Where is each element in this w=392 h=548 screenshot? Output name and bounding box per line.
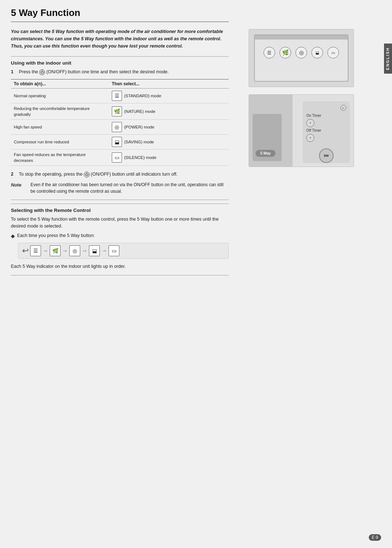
sequence-icon-2: ◎ bbox=[69, 245, 80, 256]
sequence-icon-4: ▭ bbox=[109, 245, 119, 256]
note-block: Note Even if the air conditioner has bee… bbox=[11, 181, 229, 195]
sequence-arrow-0: → bbox=[42, 248, 48, 254]
sequence-arrow-1: → bbox=[62, 248, 68, 254]
mode-icon-cell: ⬓ (SAVING) mode bbox=[112, 137, 226, 147]
page-number: E·9 bbox=[369, 534, 381, 541]
sequence-arrow-3: → bbox=[101, 248, 107, 254]
power-icon-step2: ⏻ bbox=[84, 172, 90, 177]
mode-label: (POWER) mode bbox=[124, 125, 154, 129]
table-cell-icon: ◎ (POWER) mode bbox=[109, 119, 229, 134]
sequence-icon-1: 🌿 bbox=[50, 245, 61, 256]
mode-sequence: ↩☰→🌿→◎→⬓→▭ bbox=[18, 243, 229, 259]
table-cell-description: High fan speed bbox=[11, 119, 109, 134]
remote-left: 5 Way bbox=[249, 95, 293, 167]
indoor-unit-display: ☰ 🌿 ◎ ⬓ ▭ bbox=[254, 34, 348, 82]
sequence-curved-arrow: ↩ bbox=[22, 246, 29, 255]
step1-number: 1 bbox=[11, 69, 16, 75]
section2-container: Selecting with the Remote Control To sel… bbox=[11, 204, 229, 275]
section2-heading: Selecting with the Remote Control bbox=[11, 208, 229, 213]
divider1 bbox=[11, 200, 229, 200]
sequence-icon-3: ⬓ bbox=[89, 245, 100, 256]
remote-body-left: 5 Way bbox=[253, 114, 282, 161]
page-title: 5 Way Function bbox=[11, 7, 229, 22]
note-label: Note bbox=[11, 181, 27, 195]
remote-body-right: ▷ On Timer + Off Timer + bbox=[303, 101, 350, 163]
on-timer-btn: + bbox=[306, 119, 346, 127]
mode-table: To obtain a(n)... Then select... Normal … bbox=[11, 79, 229, 166]
mode-label: (NATURE) mode bbox=[124, 109, 155, 114]
step1-container: 1 Press the ⏻ (ON/OFF) button one time a… bbox=[11, 69, 229, 75]
table-cell-description: Reducing the uncomfortable temperature g… bbox=[11, 103, 109, 119]
table-col2-header: Then select... bbox=[109, 79, 229, 88]
table-row: Fan speed reduces as the temperature dec… bbox=[11, 149, 229, 165]
off-timer-btn: + bbox=[306, 134, 346, 142]
table-cell-icon: ⬓ (SAVING) mode bbox=[109, 134, 229, 149]
power-icon-inline: ⏻ bbox=[39, 69, 45, 75]
table-cell-icon: ▭ (SILENCE) mode bbox=[109, 149, 229, 165]
unit-top-bar bbox=[255, 35, 348, 40]
sequence-icon-0: ☰ bbox=[30, 245, 41, 256]
bottom-text: Each 5 Way indicator on the indoor unit … bbox=[11, 263, 229, 275]
section2-paragraph: To select the 5 Way function with the re… bbox=[11, 216, 229, 230]
table-col1-header: To obtain a(n)... bbox=[11, 79, 109, 88]
remote-5way-button[interactable]: 5 Way bbox=[256, 150, 275, 157]
table-row: High fan speed ◎ (POWER) mode bbox=[11, 119, 229, 134]
bullet-text: ◆ Each time you press the 5 Way button: bbox=[11, 232, 229, 240]
english-tab: ENGLISH bbox=[384, 44, 392, 74]
remote-right: ▷ On Timer + Off Timer + bbox=[293, 95, 354, 167]
mode-icon-box: ⬓ bbox=[112, 137, 122, 147]
remote-top-btn-area: ▷ bbox=[306, 105, 346, 111]
sequence-arrow-2: → bbox=[82, 248, 87, 254]
remote-top-small-btn[interactable]: ▷ bbox=[340, 105, 346, 111]
table-cell-description: Compressor run time reduced bbox=[11, 134, 109, 149]
mode-icon-box: ◎ bbox=[112, 122, 122, 132]
5way-dial-area: 5W bbox=[306, 148, 346, 163]
step2-text: To stop the operating, press the ⏻ (ON/O… bbox=[19, 171, 177, 178]
unit-icon-standard: ☰ bbox=[264, 47, 275, 58]
off-timer-circle[interactable]: + bbox=[306, 134, 314, 142]
unit-icons-row: ☰ 🌿 ◎ ⬓ ▭ bbox=[255, 47, 348, 58]
mode-icon-box: ☰ bbox=[112, 91, 122, 101]
mode-label: (STANDARD) mode bbox=[124, 94, 161, 98]
unit-icon-silence: ▭ bbox=[327, 47, 339, 58]
mode-icon-cell: ☰ (STANDARD) mode bbox=[112, 91, 226, 101]
step1-text: Press the ⏻ (ON/OFF) button one time and… bbox=[19, 69, 169, 75]
table-cell-icon: ☰ (STANDARD) mode bbox=[109, 88, 229, 103]
on-timer-circle[interactable]: + bbox=[306, 119, 314, 127]
off-timer-label: Off Timer bbox=[306, 128, 346, 132]
indoor-unit-image: ☰ 🌿 ◎ ⬓ ▭ bbox=[249, 29, 354, 87]
5way-dial[interactable]: 5W bbox=[319, 148, 334, 163]
table-cell-icon: 🌿 (NATURE) mode bbox=[109, 103, 229, 119]
bullet-diamond: ◆ bbox=[11, 232, 15, 240]
note-text: Even if the air conditioner has been tur… bbox=[30, 181, 229, 195]
section1-heading: Using with the indoor unit bbox=[11, 56, 229, 66]
unit-icon-nature: 🌿 bbox=[279, 47, 291, 58]
remote-sim: 5 Way ▷ On Timer + bbox=[249, 95, 354, 167]
table-cell-description: Normal operating bbox=[11, 88, 109, 103]
mode-label: (SILENCE) mode bbox=[124, 155, 156, 160]
mode-icon-cell: ◎ (POWER) mode bbox=[112, 122, 226, 132]
remote-control-image: 5 Way ▷ On Timer + bbox=[249, 94, 354, 167]
mode-label: (SAVING) mode bbox=[124, 140, 154, 144]
on-timer-label: On Timer bbox=[306, 114, 346, 118]
mode-icon-box: 🌿 bbox=[112, 106, 122, 116]
mode-icon-box: ▭ bbox=[112, 152, 122, 163]
unit-icon-saving: ⬓ bbox=[311, 47, 323, 58]
mode-icon-cell: ▭ (SILENCE) mode bbox=[112, 152, 226, 163]
table-row: Reducing the uncomfortable temperature g… bbox=[11, 103, 229, 119]
table-row: Compressor run time reduced ⬓ (SAVING) m… bbox=[11, 134, 229, 149]
table-row: Normal operating ☰ (STANDARD) mode bbox=[11, 88, 229, 103]
step2-container: 2 To stop the operating, press the ⏻ (ON… bbox=[11, 171, 229, 178]
unit-icon-power: ◎ bbox=[295, 47, 307, 58]
intro-paragraph: You can select the 5 Way function with o… bbox=[11, 28, 229, 50]
right-panel: ☰ 🌿 ◎ ⬓ ▭ 5 Way bbox=[240, 0, 367, 548]
mode-icon-cell: 🌿 (NATURE) mode bbox=[112, 106, 226, 116]
step2-number: 2 bbox=[11, 171, 16, 178]
table-cell-description: Fan speed reduces as the temperature dec… bbox=[11, 149, 109, 165]
